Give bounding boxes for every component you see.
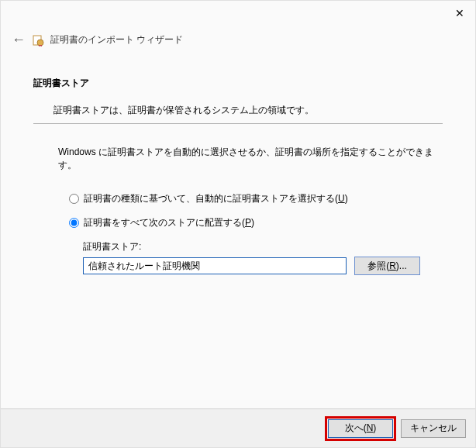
certificate-store-input[interactable] <box>83 257 347 274</box>
wizard-title: 証明書のインポート ウィザード <box>50 33 183 47</box>
radio-row-manual: 証明書をすべて次のストアに配置する(P) <box>69 216 443 229</box>
content-area: 証明書ストア 証明書ストアは、証明書が保管されるシステム上の領域です。 Wind… <box>33 77 443 275</box>
wizard-footer: 次へ(N) キャンセル <box>1 408 475 447</box>
store-subsection: 証明書ストア: 参照(R)... <box>83 240 443 275</box>
wizard-header: ← 証明書のインポート ウィザード <box>12 32 183 48</box>
auto-select-radio[interactable] <box>69 194 79 204</box>
divider <box>33 123 443 124</box>
cancel-button[interactable]: キャンセル <box>401 419 466 438</box>
manual-select-label[interactable]: 証明書をすべて次のストアに配置する(P) <box>84 216 254 229</box>
section-description: 証明書ストアは、証明書が保管されるシステム上の領域です。 <box>53 104 443 117</box>
next-button-highlight: 次へ(N) <box>325 416 396 441</box>
section-title: 証明書ストア <box>33 77 443 90</box>
radio-row-auto: 証明書の種類に基づいて、自動的に証明書ストアを選択する(U) <box>69 192 443 205</box>
certificate-icon <box>32 34 44 47</box>
close-button[interactable]: ✕ <box>455 7 464 19</box>
store-field-label: 証明書ストア: <box>83 240 443 253</box>
back-button[interactable]: ← <box>12 32 26 48</box>
browse-button[interactable]: 参照(R)... <box>354 257 420 275</box>
store-selection-radio-group: 証明書の種類に基づいて、自動的に証明書ストアを選択する(U) 証明書をすべて次の… <box>69 192 443 229</box>
svg-point-1 <box>37 40 43 46</box>
store-row: 参照(R)... <box>83 257 443 275</box>
next-button[interactable]: 次へ(N) <box>328 419 393 438</box>
manual-select-radio[interactable] <box>69 218 79 228</box>
auto-select-label[interactable]: 証明書の種類に基づいて、自動的に証明書ストアを選択する(U) <box>84 192 348 205</box>
instruction-text: Windows に証明書ストアを自動的に選択させるか、証明書の場所を指定すること… <box>58 146 443 172</box>
